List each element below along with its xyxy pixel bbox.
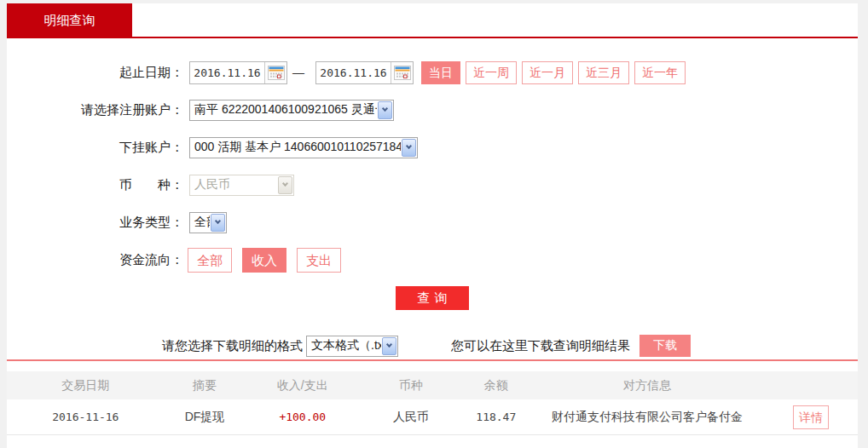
quick-range-today-button[interactable]: 当日 [421, 61, 460, 84]
query-button[interactable]: 查询 [396, 286, 469, 310]
chevron-down-icon [211, 214, 225, 232]
date-range-separator: — [292, 66, 304, 79]
business-type-row: 业务类型： 全部 [7, 210, 858, 234]
header-amount: 收入/支出 [245, 378, 360, 393]
main-panel: 明细查询 起止日期： 2016.11.16 [7, 3, 858, 448]
table-row: 2016-11-16 DF提现 +100.00 人民币 118.47 财付通支付… [7, 399, 858, 435]
calendar-from-button[interactable] [264, 62, 286, 83]
query-form: 起止日期： 2016.11.16 [7, 38, 858, 310]
business-type-value: 全部 [190, 215, 210, 230]
fund-flow-all-button[interactable]: 全部 [188, 248, 232, 273]
business-type-label: 业务类型： [7, 215, 183, 231]
sub-account-row: 下挂账户： 000 活期 基本户 1406600101102571848 [7, 135, 858, 159]
header-counterparty: 对方信息 [530, 378, 764, 393]
cell-counterparty: 财付通支付科技有限公司客户备付金 [530, 410, 764, 425]
download-row: 请您选择下载明细的格式 文本格式（.txt） 您可以在这里下载查询明细结果 下载 [162, 335, 858, 357]
detail-button[interactable]: 详情 [793, 405, 829, 429]
fund-flow-label: 资金流向： [7, 252, 183, 268]
date-from-value: 2016.11.16 [190, 62, 264, 83]
calendar-to-button[interactable] [391, 62, 413, 83]
header-currency: 币种 [360, 378, 462, 393]
fund-flow-row: 资金流向： 全部 收入 支出 [7, 248, 858, 273]
chevron-down-icon [378, 101, 392, 119]
register-account-row: 请选择注册账户： 南平 6222001406100921065 灵通卡 [7, 98, 858, 122]
quick-range-year-button[interactable]: 近一年 [634, 61, 686, 84]
header-date: 交易日期 [7, 378, 165, 393]
register-account-value: 南平 6222001406100921065 灵通卡 [190, 102, 377, 118]
cell-amount: +100.00 [245, 411, 360, 423]
results-table: 交易日期 摘要 收入/支出 币种 余额 对方信息 2016-11-16 DF提现… [7, 359, 858, 435]
sub-account-value: 000 活期 基本户 1406600101102571848 [190, 140, 401, 155]
fund-flow-income-button[interactable]: 收入 [242, 248, 286, 273]
download-format-value: 文本格式（.txt） [307, 338, 381, 353]
date-to-value: 2016.11.16 [316, 62, 391, 83]
cell-currency: 人民币 [360, 410, 462, 425]
register-account-select[interactable]: 南平 6222001406100921065 灵通卡 [189, 100, 394, 121]
business-type-select[interactable]: 全部 [189, 212, 227, 233]
cell-summary: DF提现 [165, 410, 246, 425]
date-range-row: 起止日期： 2016.11.16 [7, 60, 858, 84]
date-to-input[interactable]: 2016.11.16 [315, 61, 414, 84]
currency-value: 人民币 [190, 177, 277, 192]
chevron-down-icon [278, 176, 292, 194]
header-summary: 摘要 [165, 378, 246, 393]
chevron-down-icon [382, 337, 396, 355]
calendar-icon [394, 66, 411, 80]
tab-detail-query[interactable]: 明细查询 [7, 3, 132, 38]
currency-label: 币 种： [7, 177, 183, 193]
quick-range-quarter-button[interactable]: 近三月 [578, 61, 629, 84]
quick-range-week-button[interactable]: 近一周 [466, 61, 517, 84]
date-from-input[interactable]: 2016.11.16 [189, 61, 287, 84]
currency-row: 币 种： 人民币 [7, 173, 858, 197]
query-row: 查询 [7, 286, 858, 310]
sub-account-select[interactable]: 000 活期 基本户 1406600101102571848 [189, 137, 418, 158]
date-range-label: 起止日期： [7, 65, 183, 81]
cell-balance: 118.47 [462, 411, 530, 423]
cell-date: 2016-11-16 [7, 411, 165, 423]
table-header: 交易日期 摘要 收入/支出 币种 余额 对方信息 [7, 371, 858, 399]
download-hint: 您可以在这里下载查询明细结果 [451, 338, 630, 354]
register-account-label: 请选择注册账户： [7, 102, 183, 118]
chevron-down-icon [402, 139, 416, 157]
download-format-label: 请您选择下载明细的格式 [162, 338, 303, 354]
download-button[interactable]: 下载 [639, 335, 691, 357]
sub-account-label: 下挂账户： [7, 140, 183, 156]
quick-range-month-button[interactable]: 近一月 [522, 61, 573, 84]
fund-flow-expense-button[interactable]: 支出 [297, 248, 341, 273]
calendar-icon [268, 66, 285, 80]
tab-bar: 明细查询 [7, 3, 858, 38]
currency-select: 人民币 [189, 175, 294, 196]
header-balance: 余额 [462, 378, 530, 393]
download-format-select[interactable]: 文本格式（.txt） [306, 336, 398, 357]
